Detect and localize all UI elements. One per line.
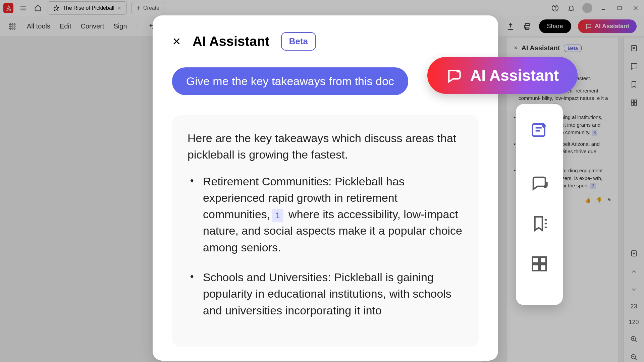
close-tab-icon[interactable]: × — [118, 5, 121, 12]
svg-rect-45 — [533, 264, 539, 270]
tab-title: The Rise of Pickleball — [63, 5, 114, 11]
create-button[interactable]: + Create — [131, 2, 164, 14]
window-minimize-icon[interactable] — [598, 3, 608, 13]
ai-assistant-toolbar-button[interactable]: AI Assistant — [578, 19, 637, 33]
titlebar: The Rise of Pickleball × + Create — [0, 0, 644, 16]
response-bullet: Retirement Communities: Pickleball has e… — [187, 173, 463, 256]
ai-assistant-float-button[interactable]: AI Assistant — [427, 57, 578, 94]
sparkle-chat-icon — [585, 23, 592, 30]
print-icon[interactable] — [522, 21, 532, 32]
menu-icon[interactable] — [18, 3, 28, 13]
response-intro: Here are the key takeaways which discuss… — [187, 130, 463, 163]
ai-response-card: Here are the key takeaways which discuss… — [172, 115, 479, 347]
response-bullet: Schools and Universities: Pickleball is … — [187, 269, 463, 319]
svg-point-18 — [14, 28, 15, 29]
svg-point-16 — [10, 28, 11, 29]
window-maximize-icon[interactable] — [614, 3, 625, 13]
comment-card-icon[interactable] — [529, 173, 549, 193]
svg-line-35 — [635, 358, 637, 360]
page-up-icon[interactable] — [629, 267, 639, 276]
home-icon[interactable] — [33, 3, 43, 13]
star-icon — [53, 5, 59, 11]
svg-rect-43 — [533, 257, 539, 263]
upload-icon[interactable] — [505, 21, 516, 32]
svg-rect-28 — [634, 103, 637, 105]
close-modal-button[interactable]: ✕ — [172, 35, 181, 48]
grid-card-icon[interactable] — [529, 254, 549, 274]
comment-rail-icon[interactable] — [629, 62, 639, 71]
edit-button[interactable]: Edit — [60, 22, 71, 30]
notification-icon[interactable] — [566, 3, 576, 13]
create-label: Create — [143, 5, 159, 11]
svg-point-5 — [555, 9, 555, 10]
svg-rect-27 — [631, 103, 634, 105]
float-button-label: AI Assistant — [470, 66, 559, 84]
export-rail-icon[interactable] — [629, 249, 639, 258]
svg-rect-44 — [540, 257, 546, 263]
summary-rail-icon[interactable] — [629, 44, 639, 53]
summary-card-icon[interactable] — [529, 120, 549, 140]
side-panel-title: AI Assistant — [522, 44, 560, 52]
flag-icon[interactable]: ⚑ — [607, 196, 611, 204]
bookmark-card-icon[interactable] — [529, 214, 549, 234]
page-total: 120 — [629, 319, 639, 326]
all-tools-grid-icon[interactable] — [7, 21, 17, 32]
zoom-in-icon[interactable] — [629, 335, 639, 344]
page-down-icon[interactable] — [629, 285, 639, 294]
svg-line-31 — [635, 340, 637, 342]
svg-rect-26 — [634, 100, 637, 102]
avatar[interactable] — [582, 3, 592, 13]
sign-button[interactable]: Sign — [114, 22, 127, 30]
beta-badge: Beta — [564, 45, 581, 52]
citation-badge[interactable]: 1 — [272, 209, 283, 222]
convert-button[interactable]: Convert — [81, 22, 104, 30]
grid-rail-icon[interactable] — [629, 98, 639, 107]
divider — [533, 153, 545, 153]
float-icon-card — [516, 104, 563, 305]
bookmark-rail-icon[interactable] — [629, 80, 639, 89]
all-tools-button[interactable]: All tools — [27, 22, 50, 30]
right-rail: 23 120 — [623, 38, 644, 362]
adobe-logo — [3, 3, 13, 13]
svg-point-13 — [10, 26, 11, 27]
modal-title: AI Assistant — [193, 34, 270, 49]
svg-point-15 — [14, 26, 15, 27]
page-current[interactable]: 23 — [630, 303, 637, 310]
user-message-bubble: Give me the key takeaways from this doc — [172, 67, 408, 95]
close-icon[interactable]: × — [514, 45, 518, 52]
svg-rect-46 — [540, 264, 546, 270]
thumbs-up-icon[interactable]: 👍 — [585, 196, 591, 204]
sparkle-chat-icon — [446, 67, 463, 84]
svg-point-14 — [12, 26, 13, 27]
thumbs-down-icon[interactable]: 👎 — [596, 196, 602, 204]
svg-point-10 — [10, 23, 11, 25]
window-close-icon[interactable] — [631, 3, 641, 13]
zoom-out-icon[interactable] — [629, 353, 639, 362]
beta-badge: Beta — [281, 32, 316, 51]
svg-point-11 — [12, 23, 13, 25]
svg-rect-25 — [631, 100, 634, 102]
svg-marker-3 — [54, 6, 59, 11]
share-button[interactable]: Share — [539, 19, 571, 33]
svg-rect-7 — [618, 6, 622, 10]
svg-point-12 — [14, 23, 15, 25]
svg-point-17 — [12, 28, 13, 29]
document-tab[interactable]: The Rise of Pickleball × — [48, 1, 127, 15]
help-icon[interactable] — [550, 3, 560, 13]
